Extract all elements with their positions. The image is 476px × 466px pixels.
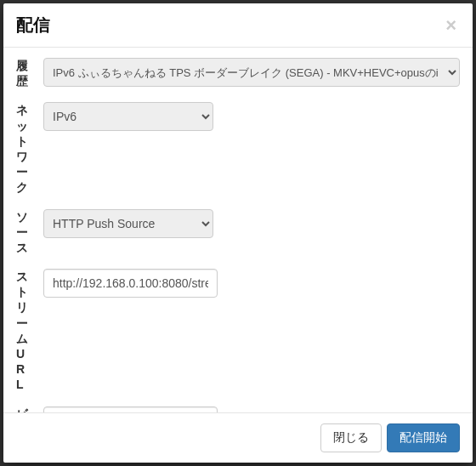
broadcast-modal: 配信 × 履歴 IPv6 ふぃるちゃんねる TPS ボーダーブレイク (SEGA… xyxy=(3,3,473,463)
close-button[interactable]: 閉じる xyxy=(320,423,382,452)
row-source: ソース HTTP Push Source xyxy=(16,209,460,256)
label-history: 履歴 xyxy=(16,58,31,88)
row-history: 履歴 IPv6 ふぃるちゃんねる TPS ボーダーブレイク (SEGA) - M… xyxy=(16,58,460,88)
row-bitrate: ビットレート xyxy=(16,406,460,413)
stream-url-input[interactable] xyxy=(43,269,218,298)
modal-header: 配信 × xyxy=(3,3,473,48)
modal-footer: 閉じる 配信開始 xyxy=(3,412,473,463)
start-broadcast-button[interactable]: 配信開始 xyxy=(387,423,460,452)
network-select[interactable]: IPv6 xyxy=(43,102,213,131)
close-icon[interactable]: × xyxy=(442,16,460,35)
label-source: ソース xyxy=(16,209,31,256)
label-bitrate: ビットレート xyxy=(16,406,31,413)
modal-body[interactable]: 履歴 IPv6 ふぃるちゃんねる TPS ボーダーブレイク (SEGA) - M… xyxy=(3,48,473,412)
label-stream-url: ストリームURL xyxy=(16,269,31,393)
source-select[interactable]: HTTP Push Source xyxy=(43,209,213,238)
row-network: ネットワーク IPv6 xyxy=(16,102,460,195)
modal-title: 配信 xyxy=(16,14,442,37)
label-network: ネットワーク xyxy=(16,102,31,195)
bitrate-input[interactable] xyxy=(43,406,218,413)
row-stream-url: ストリームURL xyxy=(16,269,460,393)
history-select[interactable]: IPv6 ふぃるちゃんねる TPS ボーダーブレイク (SEGA) - MKV+… xyxy=(43,58,460,87)
